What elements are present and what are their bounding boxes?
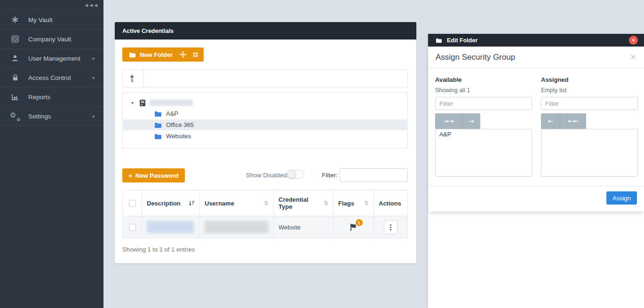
actions-cell (374, 216, 408, 238)
available-list: A&P (435, 129, 532, 177)
up-level-button[interactable] (123, 70, 143, 87)
folder-icon (154, 111, 162, 117)
tree-folder-websites[interactable]: Websites (123, 131, 407, 142)
column-header-description[interactable]: Description (142, 190, 200, 216)
user-icon (8, 55, 22, 62)
username-cell (200, 216, 274, 238)
modal-title-bar: Assign Security Group × (428, 47, 644, 68)
folder-label: A&P (166, 110, 178, 117)
available-column: Available Showing all 1 →→ → A&P (435, 76, 532, 177)
move-right-button[interactable]: → (462, 113, 480, 129)
new-folder-button[interactable]: New Folder (122, 47, 179, 62)
flag-count-badge: 1 (356, 219, 363, 226)
tree-folder-office-365[interactable]: Office 365 (123, 119, 407, 130)
folder-label: Office 365 (166, 121, 194, 128)
sidebar-item-label: Access Control (28, 74, 92, 81)
sidebar-item-label: Settings (28, 113, 92, 120)
table-header: Description Username ⇅ Credential Type ⇅ (122, 190, 408, 216)
move-left-button[interactable]: ← (541, 113, 560, 129)
column-header-username[interactable]: Username ⇅ (200, 190, 274, 216)
available-filter-input[interactable] (435, 97, 532, 110)
edit-folder-title: Edit Folder (447, 37, 477, 44)
redacted-username (205, 221, 269, 233)
chevron-down-icon: ▾ (92, 75, 95, 80)
sidebar-item-access-control[interactable]: Access Control ▾ (0, 68, 103, 87)
sidebar-item-settings[interactable]: ⚙⚙ Settings ▾ (0, 107, 103, 126)
row-checkbox[interactable] (129, 224, 136, 231)
edit-folder-panel: Edit Folder × Assign Security Group × Av… (428, 34, 644, 308)
sidebar-item-label: Reports (28, 94, 103, 101)
edit-folder-header: Edit Folder × (428, 34, 644, 47)
move-right-buttons: →→ → (435, 113, 480, 129)
panel-body: New Folder ▾ (115, 39, 416, 263)
tree-root-node[interactable]: ▾ (123, 97, 407, 108)
table-filter-input[interactable] (340, 168, 408, 182)
vault-root-icon (139, 99, 146, 107)
assign-security-group-modal: Assign Security Group × Available Showin… (428, 47, 644, 212)
tree-toolbar (122, 69, 408, 87)
sidebar-item-company-vault[interactable]: Company Vault (0, 30, 103, 49)
sidebar-collapse-button[interactable]: ◀◀◀ (0, 0, 103, 10)
chevron-down-icon: ▾ (92, 114, 95, 119)
table-row: Website 1 (122, 216, 408, 238)
assigned-filter-input[interactable] (541, 97, 638, 110)
select-all-checkbox[interactable] (129, 200, 136, 207)
flag-icon: 1 (349, 222, 359, 232)
column-header-actions: Actions (374, 190, 408, 216)
new-password-button[interactable]: + New Password (122, 168, 185, 182)
collapse-all-icon (192, 52, 199, 58)
folder-label: Websites (166, 133, 191, 140)
tree-expand-collapse-group[interactable] (174, 47, 204, 62)
available-heading: Available (435, 76, 532, 83)
redacted-root-label (150, 100, 193, 106)
sidebar: ◀◀◀ My Vault Company Vault User Manageme… (0, 0, 103, 308)
show-disabled-label: Show Disabled: (246, 172, 288, 179)
column-header-flags[interactable]: Flags ⇅ (334, 190, 374, 216)
chart-area-icon (8, 94, 22, 101)
row-actions-button[interactable] (384, 221, 398, 234)
folder-tree: ▾ A&P Office 365 (122, 92, 408, 149)
assigned-column: Assigned Empty list ← ←← (541, 76, 638, 177)
panel-title: Active Credentials (115, 22, 416, 39)
toggle-knob (287, 170, 296, 179)
active-credentials-panel: Active Credentials New Folder (115, 22, 416, 263)
modal-title: Assign Security Group (436, 53, 515, 62)
row-select-cell (122, 216, 142, 238)
list-item[interactable]: A&P (436, 129, 532, 140)
gears-icon: ⚙⚙ (8, 112, 22, 120)
assigned-status: Empty list (541, 87, 638, 94)
tree-folder-a-and-p[interactable]: A&P (123, 108, 407, 119)
tree-caret-icon: ▾ (131, 101, 134, 105)
folder-icon (129, 52, 136, 58)
folder-icon (154, 122, 162, 128)
sort-icon: ⇅ (264, 200, 269, 206)
redacted-description-link[interactable] (147, 221, 194, 233)
asterisk-icon (8, 16, 22, 24)
sort-icon: ⇅ (324, 200, 328, 206)
select-all-cell (122, 190, 142, 216)
folder-icon (154, 133, 162, 140)
move-all-left-button[interactable]: ←← (560, 113, 586, 129)
sidebar-item-label: Company Vault (28, 36, 103, 43)
modal-close-icon[interactable]: × (630, 53, 636, 61)
sort-amount-icon (189, 200, 195, 206)
chevron-down-icon: ▾ (92, 56, 95, 61)
vault-icon (8, 35, 22, 43)
table-entries-info: Showing 1 to 1 of 1 entries (122, 246, 195, 253)
close-panel-button[interactable]: × (629, 36, 638, 45)
assigned-list (541, 129, 638, 177)
column-header-credential-type[interactable]: Credential Type ⇅ (274, 190, 334, 216)
new-password-label: New Password (135, 172, 179, 179)
sidebar-item-user-management[interactable]: User Management ▾ (0, 49, 103, 68)
sidebar-item-label: My Vault (28, 16, 103, 24)
assign-button[interactable]: Assign (606, 191, 637, 205)
plus-icon: + (128, 172, 133, 179)
folder-icon (436, 38, 442, 43)
sidebar-item-reports[interactable]: Reports (0, 87, 103, 107)
table-body: Website 1 (122, 216, 408, 238)
show-disabled-toggle[interactable] (287, 170, 304, 179)
sidebar-item-my-vault[interactable]: My Vault (0, 10, 103, 30)
expand-all-icon (180, 51, 186, 58)
move-all-right-button[interactable]: →→ (435, 113, 462, 129)
available-status: Showing all 1 (435, 87, 532, 94)
